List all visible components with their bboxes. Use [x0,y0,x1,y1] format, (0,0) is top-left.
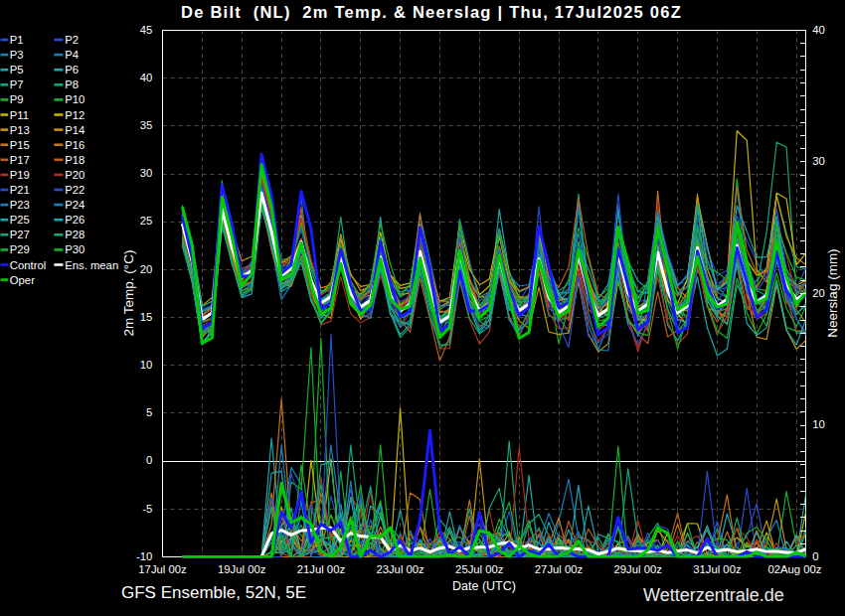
svg-text:Oper: Oper [10,274,35,286]
svg-text:19Jul 00z: 19Jul 00z [218,563,266,575]
svg-text:5: 5 [146,406,152,418]
svg-text:02Aug 00z: 02Aug 00z [767,563,821,575]
svg-text:P7: P7 [10,78,24,90]
svg-text:30: 30 [140,167,153,179]
svg-text:Wetterzentrale.de: Wetterzentrale.de [643,585,784,605]
svg-text:0: 0 [812,550,818,562]
svg-text:P25: P25 [10,214,30,226]
svg-text:P27: P27 [10,229,30,240]
svg-text:Control: Control [10,259,46,271]
svg-text:Neerslag (mm): Neerslag (mm) [825,248,840,337]
svg-text:P22: P22 [65,184,84,196]
svg-text:P19: P19 [10,169,30,181]
svg-text:25Jul 00z: 25Jul 00z [455,563,504,575]
svg-text:P16: P16 [65,139,84,151]
svg-text:15: 15 [140,311,153,323]
svg-text:0: 0 [146,454,152,466]
svg-text:21Jul 00z: 21Jul 00z [297,563,346,575]
svg-text:GFS Ensemble, 52N, 5E: GFS Ensemble, 52N, 5E [121,583,306,602]
svg-text:P12: P12 [65,109,84,121]
svg-text:20: 20 [140,263,153,275]
svg-text:P3: P3 [10,49,24,61]
svg-text:27Jul 00z: 27Jul 00z [535,563,584,575]
svg-text:-5: -5 [142,503,152,515]
svg-text:2m Temp. (°C): 2m Temp. (°C) [121,250,136,337]
svg-text:P26: P26 [65,214,84,226]
svg-text:23Jul 00z: 23Jul 00z [376,563,424,575]
svg-text:P8: P8 [65,78,79,90]
svg-text:P24: P24 [65,199,84,211]
svg-text:35: 35 [140,119,153,131]
svg-text:40: 40 [140,72,153,83]
svg-text:25: 25 [140,215,153,227]
svg-text:P28: P28 [65,229,84,240]
svg-text:P29: P29 [10,243,30,255]
svg-text:P6: P6 [65,64,79,76]
svg-text:De Bilt (NL) 2m Temp. & Neer: De Bilt (NL) 2m Temp. & Neerslag | Thu, … [181,3,682,21]
svg-text:31Jul 00z: 31Jul 00z [693,563,742,575]
svg-text:P10: P10 [65,93,84,105]
svg-text:P9: P9 [10,93,24,105]
svg-text:P2: P2 [65,34,79,46]
svg-text:Date (UTC): Date (UTC) [452,579,516,593]
svg-text:P15: P15 [10,139,30,151]
svg-text:40: 40 [812,24,825,36]
svg-text:P18: P18 [65,154,84,166]
svg-text:Ens. mean: Ens. mean [65,259,118,271]
svg-text:20: 20 [812,287,825,299]
svg-text:P1: P1 [10,34,24,46]
svg-text:P20: P20 [65,169,84,181]
svg-text:45: 45 [140,24,153,36]
svg-text:-10: -10 [136,550,152,562]
svg-text:10: 10 [812,418,825,430]
svg-text:P21: P21 [10,184,30,196]
svg-text:17Jul 00z: 17Jul 00z [138,563,187,575]
svg-text:P4: P4 [65,49,79,61]
svg-text:P5: P5 [10,64,24,76]
svg-text:10: 10 [140,359,153,371]
svg-text:29Jul 00z: 29Jul 00z [614,563,663,575]
svg-text:P17: P17 [10,154,30,166]
svg-text:P23: P23 [10,199,30,211]
svg-text:P14: P14 [65,124,84,136]
svg-text:P30: P30 [65,243,84,255]
svg-text:P11: P11 [10,109,29,121]
svg-text:P13: P13 [10,124,30,136]
svg-text:30: 30 [812,155,825,167]
